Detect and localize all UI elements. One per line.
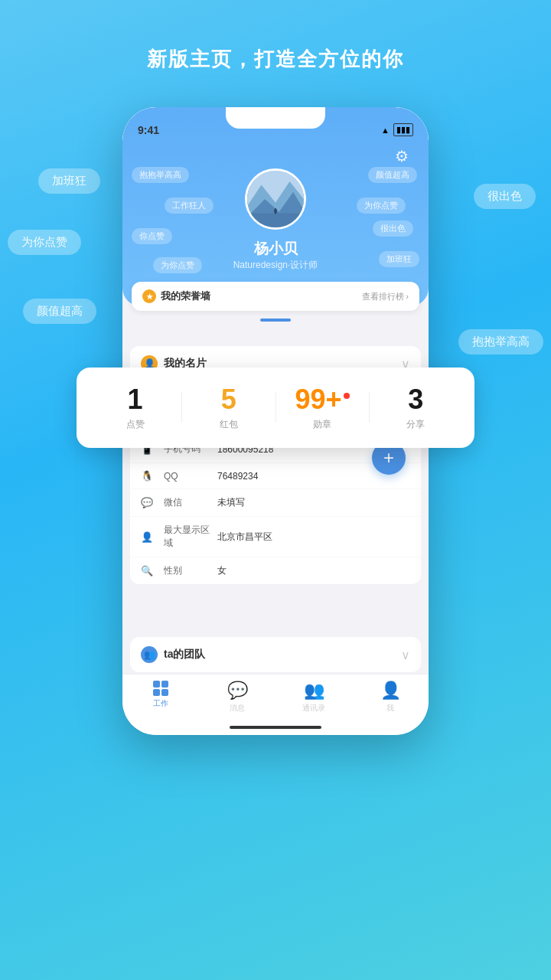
nav-label-me: 我 [386,703,394,714]
stat-likes: 1 点赞 [89,384,181,431]
profile-tag-5: 很出色 [373,220,413,237]
team-title: ta的团队 [164,648,205,662]
qq-icon: 🐧 [141,470,156,482]
info-row-wechat: 💬 微信 未填写 [130,489,421,517]
nav-item-contacts[interactable]: 👥 通讯录 [276,681,352,714]
stat-medals-label: 勋章 [276,418,369,431]
battery-icon: ▮▮▮ [393,123,413,136]
status-icons: ▲ ▮▮▮ [381,123,413,136]
team-icon: 👥 [141,646,158,663]
wechat-icon: 💬 [141,497,156,508]
profile-tag-0: 抱抱举高高 [132,167,189,183]
chevron-right-icon: › [406,292,409,301]
star-icon: ★ [142,289,156,303]
grid-cell-2 [161,681,168,688]
stat-medals: 99+ 勋章 [276,384,369,431]
qq-label: QQ [164,471,217,482]
stat-share-value: 3 [370,384,462,415]
svg-point-4 [274,208,277,214]
gear-icon[interactable]: ⚙ [395,147,415,167]
profile-tag-2: 工作狂人 [165,198,214,214]
wifi-icon: ▲ [381,126,390,135]
honor-link[interactable]: 查看排行榜 [362,291,404,302]
stat-medals-value: 99+ [276,384,369,415]
profile-subtitle: Naturedesign·设计师 [122,259,429,272]
bg-bubble-henchuse: 很出色 [474,184,536,209]
honor-wall: ★ 我的荣誉墙 查看排行榜 › [132,282,419,311]
home-indicator [230,726,321,729]
stat-likes-label: 点赞 [89,418,181,431]
medal-dot [344,393,350,399]
nav-item-messages[interactable]: 💬 消息 [199,681,276,714]
gender-label: 性别 [164,564,217,577]
avatar-image [247,171,304,227]
profile-tag-3: 为你点赞 [357,198,406,214]
team-chevron-down[interactable]: ∨ [401,648,410,662]
svg-rect-3 [247,214,304,228]
messages-icon: 💬 [227,681,248,701]
stat-redpocket-label: 红包 [182,418,275,431]
profile-avatar [245,168,306,230]
stat-redpocket-value: 5 [182,384,275,415]
stats-card: 1 点赞 5 红包 99+ 勋章 3 分享 [77,368,474,448]
nav-item-work[interactable]: 工作 [122,681,199,709]
bg-bubble-nizhunzan: 为你点赞 [8,230,81,255]
scroll-indicator [260,318,291,322]
region-label: 最大显示区域 [164,524,217,550]
profile-name: 杨小贝 [122,239,429,259]
bg-bubble-yanzhi: 颜值超高 [23,299,96,324]
grid-cell-4 [161,689,168,696]
honor-right[interactable]: 查看排行榜 › [362,291,409,302]
page-title: 新版主页，打造全方位的你 [0,46,551,73]
stat-share: 3 分享 [370,384,462,431]
info-row-region: 👤 最大显示区域 北京市昌平区 [130,517,421,557]
work-grid-icon [153,681,168,696]
region-value: 北京市昌平区 [217,531,410,544]
bg-bubble-jiaban: 加班狂 [38,168,100,194]
bg-bubble-baobao: 抱抱举高高 [458,329,543,354]
wechat-label: 微信 [164,496,217,509]
stat-redpocket: 5 红包 [182,384,275,431]
contacts-icon: 👥 [304,681,324,701]
nav-label-contacts: 通讯录 [302,703,325,714]
phone-notch [226,107,325,129]
stat-likes-value: 1 [89,384,181,415]
grid-cell-1 [153,681,160,688]
team-section: 👥 ta的团队 ∨ [130,637,421,672]
stat-share-label: 分享 [370,418,462,431]
nav-label-messages: 消息 [230,703,245,714]
nav-item-me[interactable]: 👤 我 [352,681,429,714]
gender-icon: 🔍 [141,565,156,577]
gender-value: 女 [217,564,410,577]
honor-left: ★ 我的荣誉墙 [142,289,210,303]
honor-label: 我的荣誉墙 [161,289,210,303]
status-time: 9:41 [138,124,159,136]
me-icon: 👤 [380,681,401,701]
profile-tag-1: 颜值超高 [368,167,417,183]
region-icon: 👤 [141,531,156,543]
wechat-value: 未填写 [217,496,410,509]
info-row-gender: 🔍 性别 女 [130,557,421,584]
nav-label-work: 工作 [153,698,168,709]
grid-cell-3 [153,689,160,696]
team-left: 👥 ta的团队 [141,646,205,663]
